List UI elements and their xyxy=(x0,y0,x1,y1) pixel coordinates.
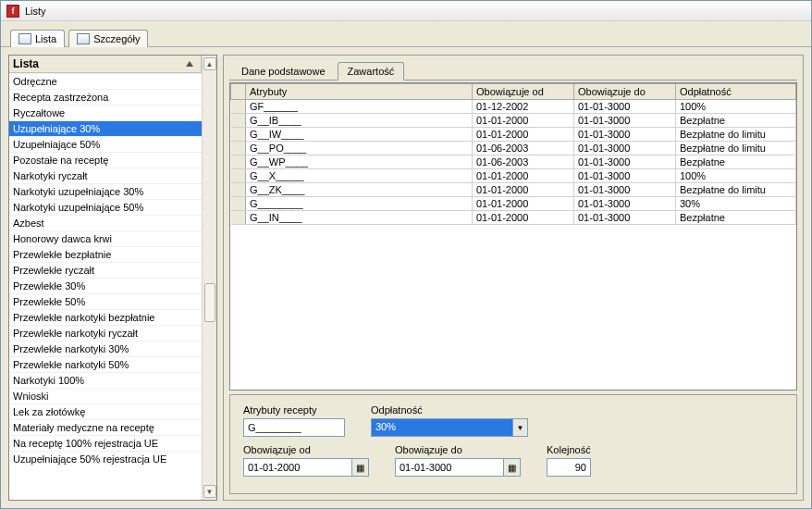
list-item[interactable]: Przewlekłe narkotyki 50% xyxy=(9,356,202,372)
list-body[interactable]: OdręczneRecepta zastrzeżonaRyczałtoweUzu… xyxy=(9,73,202,500)
table-cell[interactable]: 100% xyxy=(676,169,796,183)
subtab-dane-podstawowe[interactable]: Dane podstawowe xyxy=(231,62,336,80)
list-item[interactable]: Przewlekłe narkotyki 30% xyxy=(9,341,202,356)
row-gutter xyxy=(231,142,246,155)
table-cell[interactable]: 01-01-2000 xyxy=(473,128,574,142)
table-row[interactable]: G__WP____01-06-200301-01-3000Bezpłatne xyxy=(231,155,796,169)
row-gutter xyxy=(231,114,246,128)
list-item[interactable]: Odręczne xyxy=(9,73,202,89)
tab-szczegoly[interactable]: Szczegóły xyxy=(68,30,148,47)
table-cell[interactable]: Bezpłatne do limitu xyxy=(676,142,796,155)
table-row[interactable]: GF______01-12-200201-01-3000100% xyxy=(231,100,796,114)
table-cell[interactable]: Bezpłatne xyxy=(676,155,796,169)
table-row[interactable]: G__X_____01-01-200001-01-3000100% xyxy=(231,169,796,183)
list-item[interactable]: Recepta zastrzeżona xyxy=(9,89,202,105)
data-table[interactable]: Atrybuty Obowiązuje od Obowiązuje do Odp… xyxy=(230,83,796,225)
col-odplatnosc[interactable]: Odpłatność xyxy=(676,84,796,100)
list-item[interactable]: Materiały medyczne na receptę xyxy=(9,419,202,435)
col-obowiazuje-od[interactable]: Obowiązuje od xyxy=(473,84,574,100)
table-cell[interactable]: 01-01-3000 xyxy=(574,128,676,142)
table-cell[interactable]: 01-01-3000 xyxy=(574,197,676,211)
list-item[interactable]: Uzupełniające 30% xyxy=(9,120,202,136)
top-tabs: Lista Szczegóły xyxy=(1,21,811,47)
list-item[interactable]: Przewlekłe narkotyki bezpłatnie xyxy=(9,309,202,325)
table-cell[interactable]: 01-01-3000 xyxy=(574,169,676,183)
table-cell[interactable]: 30% xyxy=(676,197,796,211)
subtabs: Dane podstawowe Zawartość xyxy=(229,61,797,81)
table-cell[interactable]: G__ZK____ xyxy=(246,183,473,197)
col-obowiazuje-do[interactable]: Obowiązuje do xyxy=(574,84,676,100)
table-row[interactable]: G__IB____01-01-200001-01-3000Bezpłatne xyxy=(231,114,796,128)
table-cell[interactable]: G__IW____ xyxy=(246,128,473,142)
chevron-down-icon[interactable]: ▼ xyxy=(512,419,527,436)
list-item[interactable]: Honorowy dawca krwi xyxy=(9,230,202,246)
table-cell[interactable]: G__X_____ xyxy=(246,169,473,183)
list-item[interactable]: Uzupełniające 50% rejestracja UE xyxy=(9,451,202,466)
input-atrybuty[interactable] xyxy=(243,418,345,437)
list-item[interactable]: Narkotyki 100% xyxy=(9,372,202,388)
list-item[interactable]: Ryczałtowe xyxy=(9,105,202,120)
table-cell[interactable]: GF______ xyxy=(246,100,473,114)
combo-odplatnosc[interactable]: 30% ▼ xyxy=(371,418,528,437)
list-item[interactable]: Narkotyki uzupełniające 50% xyxy=(9,199,202,215)
table-cell[interactable]: Bezpłatne xyxy=(676,211,796,225)
table-row[interactable]: G________01-01-200001-01-300030% xyxy=(231,197,796,211)
table-cell[interactable]: 01-01-3000 xyxy=(574,142,676,155)
detail-form: Atrybuty recepty Odpłatność 30% ▼ Obowią… xyxy=(229,394,797,494)
subtab-zawartosc[interactable]: Zawartość xyxy=(338,62,405,81)
table-cell[interactable]: 01-06-2003 xyxy=(473,142,574,155)
table-row[interactable]: G__PO____01-06-200301-01-3000Bezpłatne d… xyxy=(231,142,796,155)
calendar-icon[interactable]: ▦ xyxy=(504,458,521,477)
table-cell[interactable]: 01-01-2000 xyxy=(473,211,574,225)
table-cell[interactable]: 01-01-3000 xyxy=(574,155,676,169)
calendar-icon[interactable]: ▦ xyxy=(352,458,369,477)
table-row[interactable]: G__IN____01-01-200001-01-3000Bezpłatne xyxy=(231,211,796,225)
table-cell[interactable]: 01-01-3000 xyxy=(574,100,676,114)
table-cell[interactable]: Bezpłatne xyxy=(676,114,796,128)
scroll-thumb[interactable] xyxy=(204,283,215,322)
list-item[interactable]: Uzupełniające 50% xyxy=(9,136,202,152)
table-cell[interactable]: 01-01-3000 xyxy=(574,211,676,225)
scrollbar-vertical[interactable]: ▲ ▼ xyxy=(202,56,216,500)
field-obowiazuje-od: Obowiązuje od ▦ xyxy=(243,444,369,477)
table-cell[interactable]: 01-01-2000 xyxy=(473,169,574,183)
table-row[interactable]: G__IW____01-01-200001-01-3000Bezpłatne d… xyxy=(231,128,796,142)
list-item[interactable]: Na receptę 100% rejestracja UE xyxy=(9,435,202,451)
table-cell[interactable]: G__IB____ xyxy=(246,114,473,128)
scroll-up-button[interactable]: ▲ xyxy=(203,57,216,70)
list-item[interactable]: Przewlekłe 30% xyxy=(9,278,202,293)
table-cell[interactable]: 01-01-2000 xyxy=(473,183,574,197)
table-cell[interactable]: 01-12-2002 xyxy=(473,100,574,114)
table-cell[interactable]: 01-06-2003 xyxy=(473,155,574,169)
list-item[interactable]: Narkotyki uzupełniające 30% xyxy=(9,183,202,199)
table-cell[interactable]: 01-01-3000 xyxy=(574,114,676,128)
list-item[interactable]: Pozostałe na receptę xyxy=(9,152,202,168)
input-obow-od[interactable] xyxy=(243,458,352,477)
table-cell[interactable]: Bezpłatne do limitu xyxy=(676,128,796,142)
col-atrybuty[interactable]: Atrybuty xyxy=(246,84,473,100)
list-item[interactable]: Wnioski xyxy=(9,388,202,403)
scroll-down-button[interactable]: ▼ xyxy=(203,485,216,498)
table-cell[interactable]: 01-01-2000 xyxy=(473,197,574,211)
table-cell[interactable]: G__WP____ xyxy=(246,155,473,169)
label-obow-do: Obowiązuje do xyxy=(395,444,521,455)
list-item[interactable]: Lek za złotówkę xyxy=(9,403,202,419)
table-cell[interactable]: G__IN____ xyxy=(246,211,473,225)
list-header[interactable]: Lista xyxy=(9,56,202,73)
table-row[interactable]: G__ZK____01-01-200001-01-3000Bezpłatne d… xyxy=(231,183,796,197)
list-item[interactable]: Przewlekłe ryczałt xyxy=(9,262,202,278)
input-obow-do[interactable] xyxy=(395,458,504,477)
table-cell[interactable]: Bezpłatne do limitu xyxy=(676,183,796,197)
table-cell[interactable]: G__PO____ xyxy=(246,142,473,155)
tab-lista[interactable]: Lista xyxy=(10,30,65,47)
input-kolejnosc[interactable] xyxy=(547,458,591,477)
list-item[interactable]: Przewlekłe narkotyki ryczałt xyxy=(9,325,202,341)
table-cell[interactable]: 100% xyxy=(676,100,796,114)
list-item[interactable]: Przewlekłe 50% xyxy=(9,293,202,309)
table-cell[interactable]: 01-01-3000 xyxy=(574,183,676,197)
list-item[interactable]: Narkotyki ryczałt xyxy=(9,168,202,183)
table-cell[interactable]: G________ xyxy=(246,197,473,211)
list-item[interactable]: Azbest xyxy=(9,215,202,230)
list-item[interactable]: Przewlekłe bezpłatnie xyxy=(9,246,202,262)
table-cell[interactable]: 01-01-2000 xyxy=(473,114,574,128)
